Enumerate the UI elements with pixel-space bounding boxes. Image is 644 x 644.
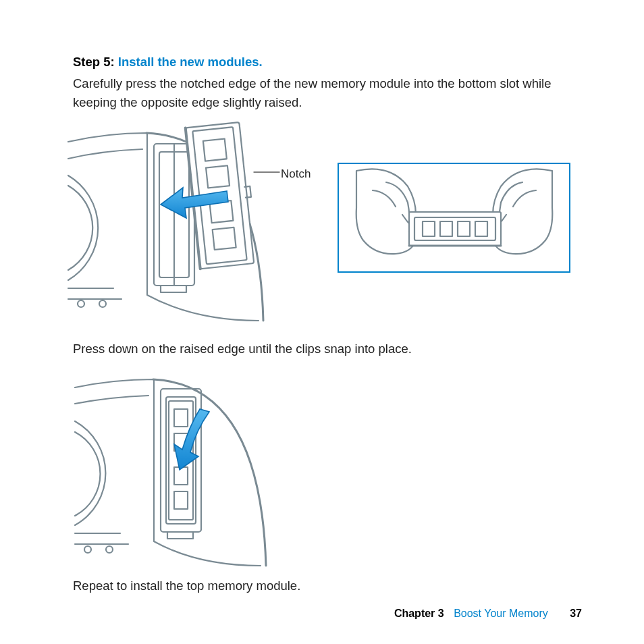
page-footer: Chapter 3 Boost Your Memory 37	[394, 608, 582, 620]
figure-row-1: Notch	[73, 125, 586, 327]
page-content: Step 5: Install the new modules. Careful…	[73, 53, 586, 595]
svg-point-1	[99, 300, 106, 307]
step-title: Install the new modules.	[118, 55, 263, 69]
svg-point-20	[84, 546, 91, 553]
paragraph-2: Press down on the raised edge until the …	[73, 340, 586, 359]
figure-hold-module	[338, 163, 570, 273]
footer-chapter-title: Boost Your Memory	[454, 608, 548, 619]
step-label: Step 5:	[73, 55, 115, 69]
svg-point-0	[78, 300, 84, 307]
paragraph-3: Repeat to install the top memory module.	[73, 576, 586, 596]
diagram-hold-icon	[343, 167, 566, 269]
footer-chapter-label: Chapter 3	[394, 608, 444, 619]
diagram-insert-icon	[66, 118, 323, 327]
figure-insert-module: Notch	[73, 125, 324, 327]
step-heading: Step 5: Install the new modules.	[73, 53, 586, 72]
svg-point-21	[106, 546, 113, 553]
footer-page-number: 37	[570, 608, 582, 619]
paragraph-1: Carefully press the notched edge of the …	[73, 74, 586, 113]
callout-notch: Notch	[281, 167, 311, 181]
figure-press-down	[73, 369, 284, 570]
diagram-press-icon	[73, 369, 289, 571]
